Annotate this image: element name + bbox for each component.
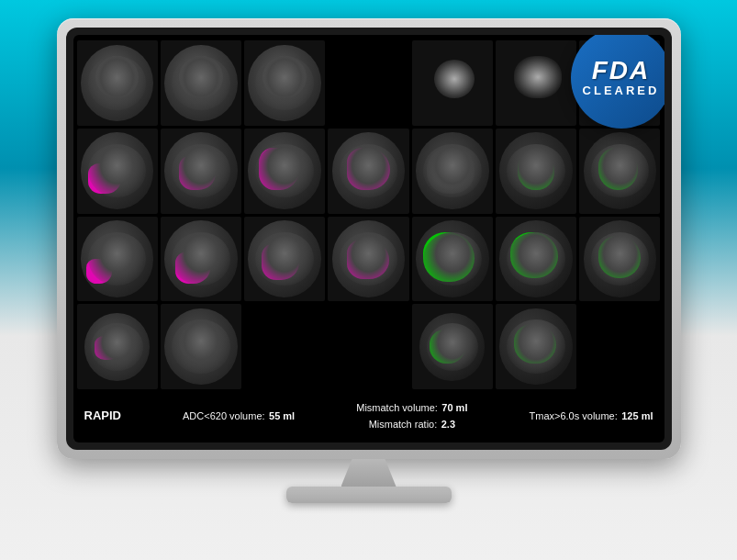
scan-cell-r3c2 (161, 217, 241, 302)
adc-value: 55 ml (269, 410, 295, 421)
mismatch-ratio-label: Mismatch ratio: (369, 419, 438, 430)
adc-label: ADC<620 volume: (183, 410, 265, 421)
scan-cell-r2c2 (161, 129, 241, 214)
mismatch-ratio-value: 2.3 (441, 419, 455, 430)
scan-cell-r2c3 (244, 129, 325, 214)
scan-cell-r1c1 (77, 40, 158, 126)
scan-cell-r1c6 (496, 40, 576, 126)
scan-cell-r4c2 (161, 304, 241, 389)
scan-cell-r4c6 (496, 304, 576, 389)
scan-cell-r4c1 (77, 304, 158, 389)
scan-cell-r2c5 (412, 129, 493, 214)
scan-cell-r1c4 (328, 40, 408, 126)
mismatch-volume-value: 70 ml (441, 402, 467, 413)
adc-line: ADC<620 volume: 55 ml (183, 407, 295, 423)
scan-cell-r3c4 (328, 217, 408, 302)
mismatch-volume-line: Mismatch volume: 70 ml (356, 398, 467, 415)
mismatch-volume-label: Mismatch volume: (356, 402, 438, 413)
fda-label: FDA (592, 58, 651, 84)
scan-cell-r2c4 (328, 129, 408, 214)
scan-cell-r2c6 (496, 129, 576, 214)
tmax-label: Tmax>6.0s volume: (530, 410, 618, 421)
scan-cell-r2c7 (579, 129, 660, 214)
info-bar: RAPID ADC<620 volume: 55 ml Mismatch vol… (77, 391, 661, 439)
mismatch-ratio-line: Mismatch ratio: 2.3 (356, 415, 467, 431)
tmax-info: Tmax>6.0s volume: 125 ml (530, 407, 653, 423)
brand-label: RAPID (84, 407, 121, 423)
scan-cell-r1c2 (161, 40, 241, 126)
scan-cell-r2c1 (77, 129, 158, 214)
scan-cell-r3c5 (412, 217, 493, 302)
scan-cell-r1c5 (412, 40, 493, 126)
scene: FDA CLEARED (39, 18, 699, 542)
cleared-label: CLEARED (583, 84, 660, 98)
scan-cell-r1c3 (244, 40, 325, 126)
monitor-base (286, 487, 452, 503)
scan-cell-r4c3 (244, 304, 325, 389)
scan-cell-r4c7 (579, 304, 660, 389)
monitor-outer: FDA CLEARED (57, 18, 681, 459)
monitor-neck (341, 459, 396, 487)
scan-cell-r4c5 (412, 304, 493, 389)
scan-cell-r3c7 (579, 217, 660, 302)
scan-cell-r3c3 (244, 217, 325, 302)
monitor-screen: FDA CLEARED (73, 35, 664, 442)
adc-info: ADC<620 volume: 55 ml (183, 407, 295, 423)
scan-cell-r4c4 (328, 304, 408, 389)
monitor-bezel: FDA CLEARED (66, 28, 672, 450)
scan-cell-r3c1 (77, 217, 158, 302)
scan-cell-r3c6 (496, 217, 576, 302)
tmax-value: 125 ml (621, 410, 653, 421)
mismatch-info: Mismatch volume: 70 ml Mismatch ratio: 2… (356, 398, 467, 431)
